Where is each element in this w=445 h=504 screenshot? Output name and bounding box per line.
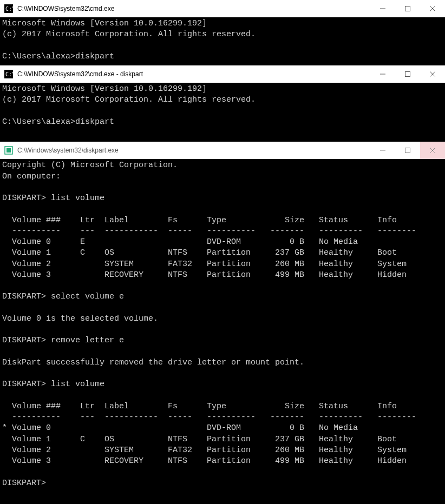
svg-text:C:\: C:\ xyxy=(5,71,13,77)
cmd-icon: C:\ xyxy=(4,70,13,78)
close-button[interactable] xyxy=(420,142,445,159)
cmd-window-2: C:\ C:\WINDOWS\system32\cmd.exe - diskpa… xyxy=(0,65,445,142)
svg-rect-9 xyxy=(405,72,410,77)
console-output[interactable]: Microsoft Windows [Version 10.0.16299.19… xyxy=(0,17,445,65)
volume-table-1: Volume ### Ltr Label Fs Type Size Status… xyxy=(2,216,416,280)
banner-line: (c) 2017 Microsoft Corporation. All righ… xyxy=(2,95,256,104)
window-title: C:\WINDOWS\system32\cmd.exe xyxy=(17,5,370,12)
maximize-button[interactable] xyxy=(395,142,420,159)
svg-text:C:\: C:\ xyxy=(5,6,13,12)
close-button[interactable] xyxy=(420,65,445,83)
window-title: C:\Windows\system32\diskpart.exe xyxy=(17,147,370,154)
minimize-button[interactable] xyxy=(370,0,395,17)
console-output[interactable]: Copyright (C) Microsoft Corporation. On … xyxy=(0,159,445,492)
on-computer-label: On computer: xyxy=(2,172,61,181)
svg-rect-3 xyxy=(405,6,410,11)
output-message: Volume 0 is the selected volume. xyxy=(2,314,158,323)
maximize-button[interactable] xyxy=(395,65,420,83)
diskpart-prompt: DISKPART> xyxy=(2,194,46,203)
cmd-icon: C:\ xyxy=(4,4,13,13)
banner-line: Microsoft Windows [Version 10.0.16299.19… xyxy=(2,19,207,28)
svg-rect-15 xyxy=(405,148,410,153)
cmd-window-1: C:\ C:\WINDOWS\system32\cmd.exe Microsof… xyxy=(0,0,445,65)
diskpart-prompt: DISKPART> xyxy=(2,479,46,488)
diskpart-prompt: DISKPART> xyxy=(2,292,46,301)
banner-line: Microsoft Windows [Version 10.0.16299.19… xyxy=(2,84,207,94)
output-message: DiskPart successfully removed the drive … xyxy=(2,358,304,367)
window-controls xyxy=(370,142,445,159)
minimize-button[interactable] xyxy=(370,65,395,83)
diskpart-prompt: DISKPART> xyxy=(2,336,46,345)
window-controls xyxy=(370,65,445,83)
titlebar[interactable]: C:\ C:\WINDOWS\system32\cmd.exe - diskpa… xyxy=(0,65,445,83)
command-input: list volume xyxy=(51,380,104,389)
titlebar[interactable]: C:\ C:\WINDOWS\system32\cmd.exe xyxy=(0,0,445,17)
command-input: select volume e xyxy=(51,292,124,301)
computer-name-redacted xyxy=(66,173,152,181)
diskpart-window: C:\Windows\system32\diskpart.exe Copyrig… xyxy=(0,142,445,492)
prompt-line: C:\Users\alexa>diskpart xyxy=(2,52,114,61)
svg-rect-13 xyxy=(6,148,11,152)
console-output[interactable]: Microsoft Windows [Version 10.0.16299.19… xyxy=(0,83,445,142)
window-controls xyxy=(370,0,445,17)
diskpart-prompt: DISKPART> xyxy=(2,380,46,389)
banner-line: (c) 2017 Microsoft Corporation. All righ… xyxy=(2,30,256,39)
command-input: remove letter e xyxy=(51,336,124,345)
copyright-line: Copyright (C) Microsoft Corporation. xyxy=(2,161,178,170)
window-title: C:\WINDOWS\system32\cmd.exe - diskpart xyxy=(17,70,370,78)
close-button[interactable] xyxy=(420,0,445,17)
maximize-button[interactable] xyxy=(395,0,420,17)
minimize-button[interactable] xyxy=(370,142,395,159)
prompt-line: C:\Users\alexa>diskpart xyxy=(2,117,114,127)
titlebar[interactable]: C:\Windows\system32\diskpart.exe xyxy=(0,142,445,159)
volume-table-2: Volume ### Ltr Label Fs Type Size Status… xyxy=(2,402,416,466)
command-input: list volume xyxy=(51,194,104,203)
diskpart-icon xyxy=(4,146,13,155)
